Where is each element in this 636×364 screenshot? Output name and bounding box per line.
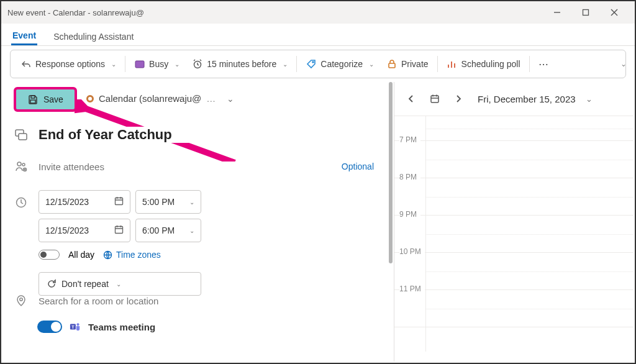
hour-label: 10 PM — [399, 247, 425, 256]
start-date-input[interactable]: 12/15/2023 — [39, 190, 130, 214]
tag-icon — [306, 58, 317, 70]
hour-label: 11 PM — [399, 284, 425, 293]
location-input[interactable] — [39, 296, 318, 306]
repeat-icon — [47, 279, 57, 289]
hour-label: 9 PM — [399, 210, 420, 219]
svg-rect-10 — [30, 100, 35, 103]
end-time-input[interactable]: 6:00 PM⌄ — [135, 219, 201, 242]
hour-label: 8 PM — [399, 173, 420, 181]
svg-rect-25 — [431, 96, 438, 102]
prev-day-button[interactable] — [403, 91, 419, 107]
attendees-input[interactable] — [39, 162, 332, 172]
titlebar: New event - Calendar - solanrewaju@ — [1, 1, 635, 24]
chevron-down-icon[interactable]: ⌄ — [620, 60, 627, 68]
busy-icon — [134, 58, 145, 70]
teams-meeting-label: Teams meeting — [88, 322, 155, 332]
categorize-button[interactable]: Categorize⌄ — [299, 53, 380, 75]
location-icon — [14, 294, 29, 307]
start-time-input[interactable]: 5:00 PM⌄ — [135, 190, 201, 214]
svg-rect-19 — [116, 227, 123, 234]
chevron-down-icon: ⌄ — [227, 94, 234, 104]
calendar-preview: Fri, December 15, 2023 ⌄ 7 PM 8 PM 9 PM … — [394, 82, 634, 362]
title-icon — [14, 128, 29, 142]
chevron-down-icon: ⌄ — [586, 94, 593, 104]
reminder-label: 15 minutes before — [207, 59, 276, 69]
svg-point-14 — [17, 162, 21, 166]
optional-link[interactable]: Optional — [342, 162, 374, 171]
svg-point-21 — [20, 298, 22, 301]
hour-label: 7 PM — [399, 135, 420, 144]
scrollbar-thumb[interactable] — [389, 82, 393, 263]
calendar-icon — [114, 225, 124, 236]
time-zones-link[interactable]: Time zones — [103, 250, 161, 260]
chevron-down-icon: ⌄ — [175, 61, 179, 68]
calendar-ellipsis: … — [206, 93, 216, 104]
calendar-icon — [114, 196, 124, 207]
all-day-label: All day — [68, 250, 94, 260]
reminder-button[interactable]: 15 minutes before⌄ — [186, 53, 294, 75]
clock-icon — [14, 196, 29, 296]
close-button[interactable] — [600, 1, 629, 24]
chevron-down-icon: ⌄ — [111, 61, 116, 68]
people-icon — [14, 160, 29, 173]
separator — [125, 56, 125, 72]
tab-strip: Event Scheduling Assistant — [1, 24, 635, 46]
tab-event[interactable]: Event — [11, 25, 37, 45]
svg-rect-13 — [19, 134, 27, 140]
alarm-icon — [192, 58, 203, 70]
svg-point-15 — [22, 163, 25, 166]
svg-rect-9 — [31, 96, 35, 98]
event-form: Save Calendar (solanrewaju@ … ⌄ Opti — [2, 82, 394, 362]
preview-date[interactable]: Fri, December 15, 2023 — [478, 94, 576, 104]
separator — [296, 56, 297, 72]
separator — [437, 56, 438, 72]
response-options-label: Response options — [35, 59, 105, 69]
calendar-selector[interactable]: Calendar (solanrewaju@ … ⌄ — [86, 93, 234, 104]
svg-rect-18 — [116, 198, 123, 205]
ribbon: Response options⌄ Busy⌄ 15 minutes befor… — [10, 50, 626, 78]
scheduling-poll-label: Scheduling poll — [461, 59, 520, 69]
scheduling-poll-button[interactable]: Scheduling poll — [440, 53, 527, 75]
window-title: New event - Calendar - solanrewaju@ — [7, 8, 543, 17]
teams-icon: T — [70, 321, 81, 332]
show-as-label: Busy — [149, 59, 168, 69]
calendar-name: Calendar (solanrewaju@ — [99, 93, 201, 104]
private-button[interactable]: Private — [380, 53, 435, 75]
save-icon — [27, 94, 39, 105]
save-button[interactable]: Save — [14, 87, 77, 112]
calendar-color-dot — [86, 95, 94, 102]
separator — [529, 56, 530, 72]
minimize-button[interactable] — [543, 1, 571, 24]
today-button[interactable] — [427, 91, 443, 107]
poll-icon — [447, 58, 458, 70]
chevron-down-icon: ⌄ — [189, 199, 194, 206]
ellipsis-icon: ⋯ — [538, 58, 550, 70]
svg-point-24 — [76, 323, 79, 325]
mail-reply-icon — [20, 58, 32, 70]
categorize-label: Categorize — [320, 59, 363, 69]
save-label: Save — [43, 94, 63, 104]
teams-meeting-toggle[interactable] — [37, 321, 62, 333]
time-grid[interactable]: 7 PM 8 PM 9 PM 10 PM 11 PM — [394, 116, 634, 352]
chevron-down-icon: ⌄ — [369, 61, 374, 68]
next-day-button[interactable] — [450, 91, 466, 107]
private-label: Private — [401, 59, 429, 69]
svg-rect-1 — [583, 10, 589, 16]
svg-rect-8 — [389, 63, 395, 68]
chevron-down-icon: ⌄ — [116, 281, 121, 288]
chevron-down-icon: ⌄ — [283, 61, 288, 68]
event-title-input[interactable] — [39, 127, 349, 143]
show-as-button[interactable]: Busy⌄ — [128, 53, 186, 75]
tab-scheduling-assistant[interactable]: Scheduling Assistant — [52, 27, 135, 45]
lock-icon — [386, 58, 398, 70]
chevron-down-icon: ⌄ — [189, 227, 194, 234]
svg-text:T: T — [71, 324, 75, 330]
recurrence-button[interactable]: Don't repeat⌄ — [39, 272, 201, 296]
all-day-toggle[interactable] — [39, 250, 60, 260]
maximize-button[interactable] — [571, 1, 600, 24]
end-date-input[interactable]: 12/15/2023 — [39, 219, 130, 242]
response-options-button[interactable]: Response options⌄ — [14, 53, 122, 75]
more-button[interactable]: ⋯ — [532, 53, 556, 75]
svg-point-7 — [312, 61, 314, 63]
svg-rect-4 — [135, 61, 144, 68]
